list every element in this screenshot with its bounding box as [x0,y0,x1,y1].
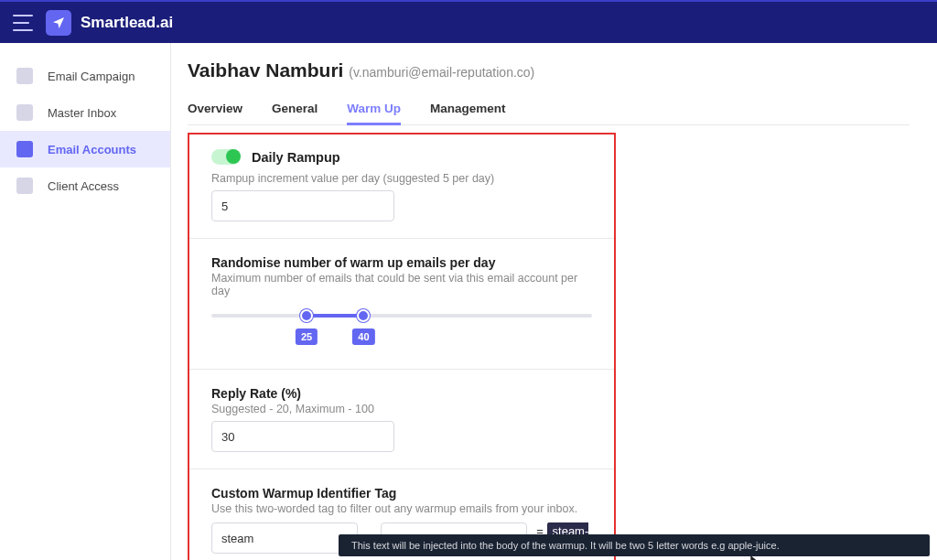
sidebar-item-label: Client Access [48,179,119,193]
account-email: (v.namburi@email-reputation.co) [349,65,534,80]
divider [189,468,614,469]
tab-warm-up[interactable]: Warm Up [347,94,401,124]
sidebar-item-label: Master Inbox [48,106,116,120]
client-icon [16,178,33,194]
brand-logo-icon [46,10,71,36]
reply-rate-title: Reply Rate (%) [211,386,592,401]
sidebar: Email Campaign Master Inbox Email Accoun… [0,43,171,560]
randomise-hint: Maximum number of emails that could be s… [211,272,592,297]
sidebar-item-email-accounts[interactable]: Email Accounts [0,131,170,167]
reply-rate-hint: Suggested - 20, Maximum - 100 [211,403,592,415]
tooltip-bar: This text will be injected into the body… [339,534,930,556]
main-content: Vaibhav Namburi (v.namburi@email-reputat… [171,43,937,560]
account-name: Vaibhav Namburi [188,59,343,81]
warmup-settings-panel: Daily Rampup Rampup increment value per … [188,133,616,560]
tab-management[interactable]: Management [430,94,506,124]
sidebar-item-email-campaign[interactable]: Email Campaign [0,58,170,94]
sidebar-item-master-inbox[interactable]: Master Inbox [0,94,170,131]
daily-rampup-label: Daily Rampup [252,150,340,165]
rampup-value-input[interactable] [211,190,394,221]
menu-icon[interactable] [13,15,33,31]
reply-rate-input[interactable] [211,421,394,452]
tab-overview[interactable]: Overview [188,94,242,124]
inbox-icon [16,104,33,121]
slider-max-badge: 40 [352,328,374,345]
randomise-title: Randomise number of warm up emails per d… [211,255,592,270]
rampup-hint: Rampup increment value per day (suggeste… [211,172,592,185]
page-title: Vaibhav Namburi (v.namburi@email-reputat… [188,59,910,81]
sidebar-item-client-access[interactable]: Client Access [0,167,170,204]
slider-handle-max[interactable] [357,309,370,322]
top-nav: Smartlead.ai [0,0,937,43]
tag-hint: Use this two-worded tag to filter out an… [211,502,592,515]
tabs: Overview General Warm Up Management [188,94,910,125]
divider [189,369,614,370]
accounts-icon [16,141,33,157]
sidebar-item-label: Email Accounts [48,143,136,156]
tag-title: Custom Warmup Identifier Tag [211,486,592,501]
warmup-range-slider[interactable]: 25 40 [211,307,592,352]
sidebar-item-label: Email Campaign [48,70,135,83]
slider-min-badge: 25 [296,328,318,345]
daily-rampup-toggle[interactable] [211,149,241,165]
tab-general[interactable]: General [272,94,318,124]
tag-word1-input[interactable] [211,522,358,554]
divider [189,238,614,239]
slider-handle-min[interactable] [300,309,313,322]
campaign-icon [16,68,33,84]
brand-name: Smartlead.ai [81,14,173,32]
